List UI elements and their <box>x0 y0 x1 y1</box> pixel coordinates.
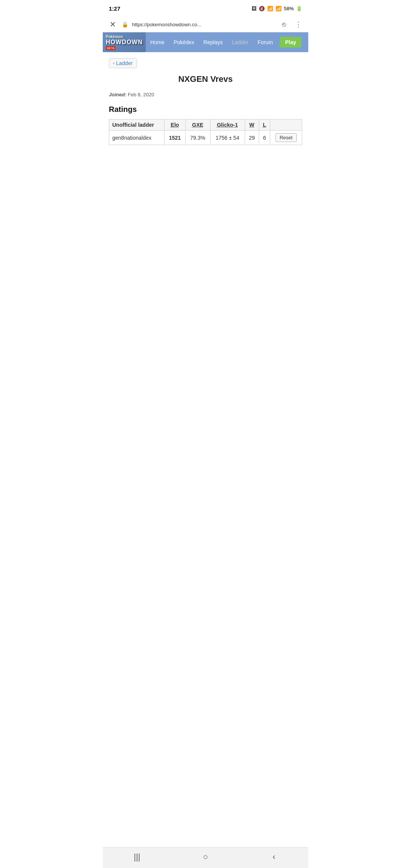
joined-info: Joined: Feb 8, 2020 <box>109 92 302 97</box>
status-icons: 🖼 🔇 📶 📶 58% 🔋 <box>252 6 302 11</box>
logo-beta-badge: BETA <box>106 46 116 50</box>
battery-text: 58% <box>284 6 294 11</box>
cell-reset: Reset <box>270 131 302 145</box>
lock-icon: 🔒 <box>122 21 128 27</box>
col-elo: Elo <box>164 120 185 131</box>
page-title: NXGEN Vrevs <box>109 74 302 84</box>
menu-icon[interactable]: ⋮ <box>293 20 304 29</box>
mute-icon: 🔇 <box>259 6 265 11</box>
page-content: ‹ Ladder NXGEN Vrevs Joined: Feb 8, 2020… <box>103 52 308 509</box>
gallery-icon: 🖼 <box>252 6 256 11</box>
cell-glicko: 1756 ± 54 <box>210 131 245 145</box>
table-header-row: Unofficial ladder Elo GXE Glicko-1 W L <box>109 120 302 131</box>
nav-pokedex[interactable]: Pokédex <box>169 32 199 52</box>
cell-gxe: 79.3% <box>185 131 210 145</box>
nav-home[interactable]: Home <box>146 32 169 52</box>
ratings-heading: Ratings <box>109 105 302 114</box>
cell-elo: 1521 <box>164 131 185 145</box>
cell-ladder-name: gen8nationaldex <box>109 131 164 145</box>
logo-howdown-text: HOWDOWN <box>106 39 143 46</box>
ratings-table: Unofficial ladder Elo GXE Glicko-1 W L g… <box>109 119 302 145</box>
nav-ladder[interactable]: Ladder <box>227 32 253 52</box>
col-action <box>270 120 302 131</box>
logo-pokemon-text: Pokémon <box>106 35 123 39</box>
close-icon[interactable]: ✕ <box>107 20 118 29</box>
browser-bar: ✕ 🔒 https://pokemonshowdown.co... ⎋ ⋮ <box>103 17 308 32</box>
col-l: L <box>259 120 270 131</box>
nav-replays[interactable]: Replays <box>199 32 228 52</box>
site-logo[interactable]: Pokémon HOWDOWN BETA <box>103 32 146 52</box>
col-gxe: GXE <box>185 120 210 131</box>
col-w: W <box>245 120 259 131</box>
url-bar[interactable]: https://pokemonshowdown.co... <box>132 22 275 27</box>
chevron-left-icon: ‹ <box>113 61 115 66</box>
breadcrumb[interactable]: ‹ Ladder <box>109 58 137 68</box>
status-time: 1:27 <box>109 5 120 12</box>
nav-forum[interactable]: Forum <box>253 32 277 52</box>
col-unofficial-ladder: Unofficial ladder <box>109 120 164 131</box>
nav-bar: Pokémon HOWDOWN BETA Home Pokédex Replay… <box>103 32 308 52</box>
share-icon[interactable]: ⎋ <box>279 21 289 29</box>
joined-label: Joined: <box>109 92 126 97</box>
status-bar: 1:27 🖼 🔇 📶 📶 58% 🔋 <box>103 0 308 17</box>
cell-w: 29 <box>245 131 259 145</box>
table-row: gen8nationaldex 1521 79.3% 1756 ± 54 29 … <box>109 131 302 145</box>
joined-date: Feb 8, 2020 <box>128 92 154 97</box>
reset-button[interactable]: Reset <box>276 133 297 142</box>
wifi-icon: 📶 <box>267 6 273 11</box>
nav-links: Home Pokédex Replays Ladder Forum Play <box>146 32 308 52</box>
battery-icon: 🔋 <box>296 6 302 11</box>
cell-l: 6 <box>259 131 270 145</box>
signal-icon: 📶 <box>276 6 282 11</box>
breadcrumb-label: Ladder <box>116 60 133 66</box>
col-glicko: Glicko-1 <box>210 120 245 131</box>
nav-play-button[interactable]: Play <box>280 37 301 48</box>
